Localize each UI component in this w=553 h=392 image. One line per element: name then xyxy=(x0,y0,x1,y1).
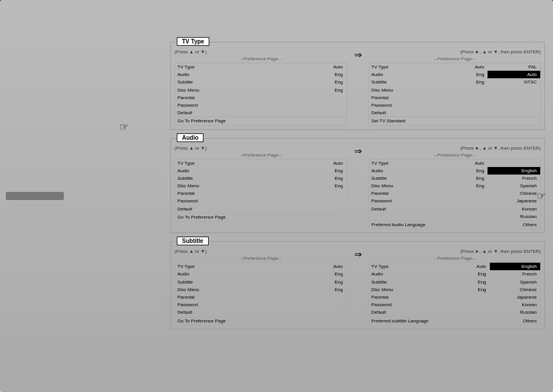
table-row: Parental xyxy=(175,94,347,101)
tv-type-right-table: TV TypeAutoPAL AudioEngAuto SubtitleEngN… xyxy=(369,63,541,126)
tv-type-right-instruction: (Press ►, ▲ or ▼, then press ENTER) xyxy=(369,49,541,55)
table-row: Parental xyxy=(369,94,541,101)
table-row: PasswordJapanese xyxy=(369,197,541,205)
table-row: AudioEng xyxy=(175,71,347,78)
table-row: Set TV Standard xyxy=(369,117,541,125)
table-row: TV TypeAuto xyxy=(175,263,347,271)
table-row: Go To Preference Page xyxy=(175,117,347,125)
subtitle-right-instruction: (Press ►, ▲ or ▼, then press ENTER) xyxy=(369,249,541,254)
table-row: ParentalJapanese xyxy=(369,293,541,301)
table-row: Disc MenuEng xyxy=(175,86,347,94)
audio-arrow: ⇒ xyxy=(351,146,365,157)
table-row: Disc Menu xyxy=(369,86,541,94)
audio-left-panel-title: --Preference Page-- xyxy=(174,153,347,158)
subtitle-right-panel-title: --Preference Page-- xyxy=(369,256,541,261)
table-row: SubtitleEng xyxy=(175,175,347,182)
table-row: SubtitleEngSpanish xyxy=(369,278,541,286)
table-row: Parental xyxy=(175,190,347,197)
tv-type-left-instruction: (Press ▲ or ▼) xyxy=(174,49,347,55)
subtitle-left-panel-title: --Preference Page-- xyxy=(174,256,347,261)
tv-type-left-panel-title: --Preference Page-- xyxy=(174,56,347,61)
table-row: Password xyxy=(175,197,347,205)
main-content: Cleaning the Connector If the connector … xyxy=(0,24,553,378)
table-row: Russian xyxy=(369,213,541,221)
table-row: Default xyxy=(175,109,347,117)
table-row: TV TypeAutoEnglish xyxy=(369,263,541,271)
audio-inner: (Press ▲ or ▼) --Preference Page-- TV Ty… xyxy=(174,146,541,230)
table-row: DefaultKorean xyxy=(369,205,541,213)
table-row: TV TypeAutoPAL xyxy=(369,63,541,71)
table-row: SubtitleEng xyxy=(175,78,347,86)
table-row: TV TypeAuto xyxy=(369,159,541,167)
tv-type-arrow: ⇒ xyxy=(351,49,365,60)
table-row: TV TypeAuto xyxy=(175,159,347,167)
table-row: AudioEng xyxy=(175,167,347,175)
tv-type-left-table: TV TypeAuto AudioEng SubtitleEng Disc Me… xyxy=(174,63,347,126)
audio-left-panel: (Press ▲ or ▼) --Preference Page-- TV Ty… xyxy=(174,146,347,222)
table-row: TV TypeAuto xyxy=(175,63,347,71)
subtitle-section: Subtitle (Press ▲ or ▼) --Preference Pag… xyxy=(170,241,545,329)
right-column: ---Preference page--- TV Type (Press ▲ o… xyxy=(162,24,553,378)
table-row: ParentalChinese xyxy=(369,190,541,197)
table-row: DefaultRussian xyxy=(369,308,541,317)
table-row: Default xyxy=(175,205,347,213)
subtitle-inner: (Press ▲ or ▼) --Preference Page-- TV Ty… xyxy=(174,249,541,325)
table-row: AudioEngAuto xyxy=(369,71,541,78)
audio-right-panel-title: --Preference Page-- xyxy=(369,153,541,158)
table-row: Disc MenuEng xyxy=(175,182,347,190)
audio-right-instruction: (Press ►, ▲ or ▼, then press ENTER) xyxy=(369,146,541,151)
audio-left-instruction: (Press ▲ or ▼) xyxy=(174,146,347,151)
front-panel-diagram: ☞ xyxy=(26,160,136,189)
diagram-area: The main unit ☞ The backside of the fron… xyxy=(8,99,154,189)
table-row: SubtitleEngNTSC xyxy=(369,78,541,86)
table-row: Default xyxy=(369,109,541,117)
table-row: Go To Preference Page xyxy=(175,317,347,325)
subtitle-left-instruction: (Press ▲ or ▼) xyxy=(174,249,347,254)
table-row: Preferred subtitle LanguageOthers xyxy=(369,317,541,325)
tv-type-title: TV Type xyxy=(177,37,209,46)
table-row: Default xyxy=(175,308,347,317)
table-row: Disc MenuEngChinese xyxy=(369,286,541,293)
table-row: Disc MenuEng xyxy=(175,286,347,293)
table-row: Preferred Audio LanguageOthers xyxy=(369,221,541,229)
table-row: Disc MenuEngSpanish xyxy=(369,182,541,190)
audio-left-table: TV TypeAuto AudioEng SubtitleEng Disc Me… xyxy=(174,159,347,222)
subtitle-left-table: TV TypeAuto AudioEng SubtitleEng Disc Me… xyxy=(174,262,347,325)
table-row: SubtitleEngFrench xyxy=(369,175,541,182)
table-row: AudioEngFrench xyxy=(369,270,541,278)
table-row: Password xyxy=(175,301,347,308)
audio-section: Audio (Press ▲ or ▼) --Preference Page--… xyxy=(170,138,545,234)
table-row: Password xyxy=(175,101,347,109)
subtitle-right-table: TV TypeAutoEnglish AudioEngFrench Subtit… xyxy=(369,262,541,325)
table-row: AudioEngEnglish xyxy=(369,167,541,175)
table-row: Go To Preference Page xyxy=(175,213,347,221)
subtitle-arrow: ⇒ xyxy=(351,249,365,260)
audio-title: Audio xyxy=(177,133,203,142)
subtitle-title: Subtitle xyxy=(177,237,209,245)
tv-type-right-panel-title: --Preference Page-- xyxy=(369,56,541,61)
table-row: AudioEng xyxy=(175,270,347,278)
left-column: Cleaning the Connector If the connector … xyxy=(0,24,162,378)
table-row: Password xyxy=(369,101,541,109)
tv-type-section: TV Type (Press ▲ or ▼) --Preference Page… xyxy=(170,42,545,130)
audio-right-panel: (Press ►, ▲ or ▼, then press ENTER) --Pr… xyxy=(369,146,541,230)
subtitle-right-panel: (Press ►, ▲ or ▼, then press ENTER) --Pr… xyxy=(369,249,541,325)
audio-right-table: TV TypeAuto AudioEngEnglish SubtitleEngF… xyxy=(369,159,541,230)
subtitle-left-panel: (Press ▲ or ▼) --Preference Page-- TV Ty… xyxy=(174,249,347,325)
tv-type-left-panel: (Press ▲ or ▼) --Preference Page-- TV Ty… xyxy=(174,49,347,126)
tv-type-right-panel: (Press ►, ▲ or ▼, then press ENTER) --Pr… xyxy=(369,49,541,126)
table-row: Parental xyxy=(175,293,347,301)
table-row: SubtitleEng xyxy=(175,278,347,286)
table-row: PasswordKorean xyxy=(369,301,541,308)
tv-type-inner: (Press ▲ or ▼) --Preference Page-- TV Ty… xyxy=(174,49,541,126)
